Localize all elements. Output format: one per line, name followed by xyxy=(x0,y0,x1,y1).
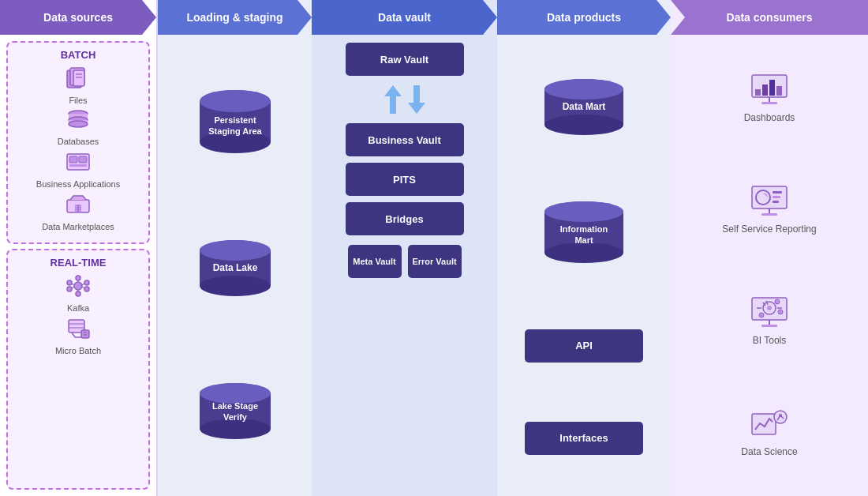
svg-rect-92 xyxy=(752,414,776,434)
realtime-section: REAL-TIME xyxy=(6,249,150,490)
section-vault: Data vault Raw Vault Business Vault xyxy=(312,0,497,496)
consumer-self-service: Self Service Reporting xyxy=(722,185,816,235)
svg-point-96 xyxy=(779,414,782,417)
header-consumers-label: Data consumers xyxy=(727,11,813,24)
files-icon xyxy=(65,67,91,94)
header-products-label: Data products xyxy=(547,11,621,24)
business-apps-label: Business Applications xyxy=(36,179,120,189)
svg-rect-11 xyxy=(69,156,77,163)
bi-tools-label: BI Tools xyxy=(753,335,786,346)
svg-point-58 xyxy=(544,79,623,100)
data-mart-cylinder: Data Mart xyxy=(537,77,631,140)
svg-rect-77 xyxy=(773,201,779,203)
header-loading-label: Loading & staging xyxy=(186,11,282,24)
micro-batch-icon xyxy=(65,318,91,344)
error-vault-label: Error Vault xyxy=(412,257,456,266)
raw-vault-box: Raw Vault xyxy=(346,43,464,76)
files-label: Files xyxy=(69,96,87,105)
svg-rect-68 xyxy=(762,85,768,96)
svg-point-20 xyxy=(67,280,72,285)
svg-text:Verify: Verify xyxy=(223,412,248,422)
svg-rect-2 xyxy=(73,70,84,86)
databases-icon xyxy=(66,110,90,135)
meta-vault-box: Meta Vault xyxy=(348,245,402,278)
svg-rect-67 xyxy=(755,89,761,96)
consumer-data-science: Data Science xyxy=(741,408,797,457)
pits-label: PITS xyxy=(393,174,416,186)
svg-point-21 xyxy=(84,280,89,285)
business-vault-label: Business Vault xyxy=(368,134,440,146)
interfaces-label: Interfaces xyxy=(559,432,608,444)
databases-label: Databases xyxy=(58,137,99,146)
source-files: Files xyxy=(14,67,142,105)
svg-text:Mart: Mart xyxy=(574,235,593,245)
source-databases: Databases xyxy=(14,110,142,146)
interfaces-box: Interfaces xyxy=(525,422,643,455)
bridges-box: Bridges xyxy=(346,202,464,235)
section-products: Data products Data Mart xyxy=(497,0,671,496)
products-content: Data Mart Information Mart API xyxy=(497,35,671,496)
information-mart-cylinder: Information Mart xyxy=(537,199,631,270)
source-business-apps: Business Applications xyxy=(14,151,142,189)
svg-rect-12 xyxy=(79,156,87,163)
data-science-icon xyxy=(750,408,788,445)
header-sources: Data sources xyxy=(0,0,156,35)
header-sources-label: Data sources xyxy=(43,11,113,24)
api-box: API xyxy=(525,329,643,363)
svg-point-23 xyxy=(84,287,89,291)
svg-point-63 xyxy=(544,201,623,222)
svg-line-27 xyxy=(82,284,84,285)
self-service-label: Self Service Reporting xyxy=(722,224,816,235)
svg-line-28 xyxy=(72,287,74,288)
svg-text:Data Lake: Data Lake xyxy=(212,262,257,273)
svg-text:Staging Area: Staging Area xyxy=(208,126,262,136)
self-service-icon xyxy=(750,185,788,222)
svg-rect-79 xyxy=(761,213,777,216)
persistent-staging-cylinder: Persistent Staging Area xyxy=(192,87,279,158)
vault-content: Raw Vault Business Vault PITS Brid xyxy=(312,35,497,496)
svg-rect-33 xyxy=(81,330,89,338)
svg-point-88 xyxy=(778,310,783,314)
header-vault: Data vault xyxy=(312,0,497,35)
dashboards-icon xyxy=(750,73,788,111)
svg-point-17 xyxy=(74,282,82,290)
marketplaces-label: Data Marketplaces xyxy=(42,222,114,231)
svg-point-57 xyxy=(544,115,623,135)
header-consumers: Data consumers xyxy=(671,0,868,35)
error-vault-box: Error Vault xyxy=(408,245,462,278)
svg-point-45 xyxy=(200,240,271,261)
kafka-label: Kafka xyxy=(67,303,89,313)
svg-rect-76 xyxy=(773,196,780,198)
svg-point-44 xyxy=(200,276,271,296)
header-products: Data products xyxy=(497,0,671,35)
header-vault-label: Data vault xyxy=(378,11,431,24)
svg-point-22 xyxy=(67,287,72,291)
sources-content: BATCH Files xyxy=(0,35,156,496)
header-loading: Loading & staging xyxy=(158,0,312,35)
batch-section: BATCH Files xyxy=(6,41,150,244)
svg-rect-72 xyxy=(761,102,777,104)
raw-vault-label: Raw Vault xyxy=(380,54,428,66)
svg-text:Information: Information xyxy=(560,224,608,234)
data-science-label: Data Science xyxy=(741,446,797,457)
consumers-content: Dashboards Self Service Rep xyxy=(671,35,868,496)
batch-label: BATCH xyxy=(14,49,142,61)
lake-stage-cylinder: Lake Stage Verify xyxy=(192,381,279,444)
pits-box: PITS xyxy=(346,163,464,196)
svg-point-39 xyxy=(200,90,271,112)
svg-point-19 xyxy=(76,291,80,296)
consumer-dashboards: Dashboards xyxy=(744,73,795,123)
micro-batch-label: Micro Batch xyxy=(55,346,101,355)
section-loading: Loading & staging Persistent Staging Are… xyxy=(158,0,312,496)
svg-rect-13 xyxy=(69,164,87,167)
svg-point-82 xyxy=(767,306,772,310)
architecture-diagram: Data sources BATCH xyxy=(0,0,868,496)
data-lake-cylinder: Data Lake xyxy=(192,238,279,301)
svg-rect-69 xyxy=(769,80,775,96)
source-kafka: Kafka xyxy=(14,275,142,313)
bi-tools-icon xyxy=(750,296,788,333)
bottom-vault-boxes: Meta Vault Error Vault xyxy=(348,245,462,278)
realtime-label: REAL-TIME xyxy=(14,257,142,269)
consumer-bi-tools: BI Tools xyxy=(750,296,788,346)
svg-point-18 xyxy=(76,276,80,280)
